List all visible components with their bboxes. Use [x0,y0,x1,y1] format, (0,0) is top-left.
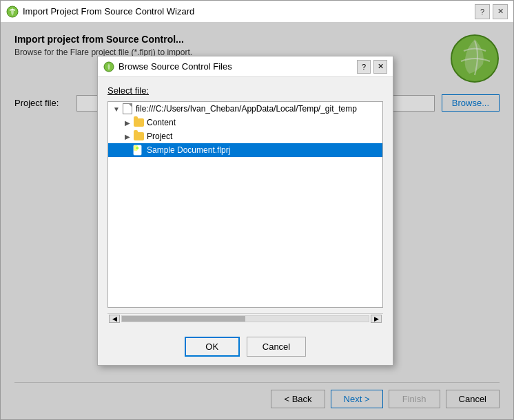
tree-project-expand[interactable]: ▶ [122,131,133,142]
folder-icon-2 [133,131,144,142]
ok-button[interactable]: OK [185,337,240,357]
dialog-footer: OK Cancel [98,330,393,365]
dialog-icon [103,61,114,72]
wizard-icon [6,6,19,18]
tree-root-item[interactable]: ▼ file:///C:/Users/Ivan_Cheban/AppData/L… [108,102,382,116]
browse-dialog: Browse Source Control Files ? ✕ Select f… [97,56,393,366]
file-tree[interactable]: ▼ file:///C:/Users/Ivan_Cheban/AppData/L… [107,101,383,308]
tree-root-expand[interactable]: ▼ [111,103,122,114]
dialog-title: Browse Source Control Files [119,61,353,72]
tree-flprj-label: Sample Document.flprj [147,145,230,155]
dialog-cancel-button[interactable]: Cancel [247,337,306,357]
scroll-right-button[interactable]: ▶ [371,315,382,323]
wizard-help-button[interactable]: ? [475,4,490,19]
dialog-help-button[interactable]: ? [357,60,371,74]
tree-content-expand[interactable]: ▶ [122,117,133,128]
scroll-thumb[interactable] [122,316,245,322]
wizard-body: Import project from Source Control... Br… [1,23,513,419]
folder-icon [133,117,144,128]
flare-file-icon [133,145,144,156]
wizard-close-button[interactable]: ✕ [493,4,508,19]
wizard-titlebar-controls: ? ✕ [475,4,508,19]
dialog-titlebar-controls: ? ✕ [357,60,387,74]
tree-root-label: file:///C:/Users/Ivan_Cheban/AppData/Loc… [136,104,357,114]
dialog-select-label: Select file: [107,85,383,96]
tree-project-item[interactable]: ▶ Project [108,129,382,143]
scroll-left-button[interactable]: ◀ [109,315,120,323]
file-icon [122,103,133,114]
dialog-close-button[interactable]: ✕ [373,60,387,74]
wizard-titlebar: Import Project From Source Control Wizar… [1,1,513,23]
dialog-titlebar: Browse Source Control Files ? ✕ [98,56,393,77]
scrollbar-area: ◀ ▶ [107,313,383,323]
tree-content-label: Content [147,118,176,127]
modal-overlay: Browse Source Control Files ? ✕ Select f… [1,23,513,419]
wizard-title: Import Project From Source Control Wizar… [23,6,471,17]
tree-content-item[interactable]: ▶ Content [108,116,382,129]
tree-project-label: Project [147,132,172,141]
tree-flprj-item[interactable]: ▶ Sample Document.flprj [108,143,382,157]
scroll-track[interactable] [121,315,369,322]
dialog-body: Select file: ▼ file:///C:/Users/Ivan_Che… [98,77,393,330]
wizard-window: Import Project From Source Control Wizar… [0,0,514,420]
